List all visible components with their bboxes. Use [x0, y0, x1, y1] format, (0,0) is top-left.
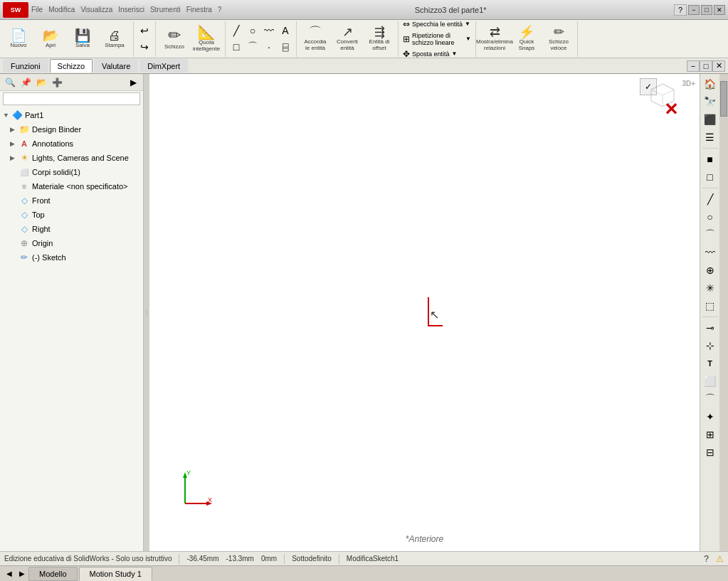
rt-box-btn[interactable]: ⬚ — [702, 297, 719, 314]
rt-tangent-btn[interactable]: ⊸ — [702, 319, 719, 336]
rt-menu-btn[interactable]: ☰ — [702, 129, 719, 146]
mostra-button[interactable]: ⇄Mostra/eliminarelazioni — [479, 23, 510, 55]
schizzo-veloce-button[interactable]: ✏Schizzoveloce — [543, 23, 574, 55]
text-btn[interactable]: A — [278, 23, 293, 38]
menu-tools[interactable]: Strumenti — [150, 6, 181, 14]
sposta-button[interactable]: ✥ Sposta entità ▼ — [401, 48, 473, 59]
expander-lights[interactable]: ▶ — [10, 154, 19, 161]
spline-btn[interactable]: 〰 — [261, 23, 277, 38]
rt-view-btn[interactable]: 🔭 — [702, 93, 719, 110]
expander-top[interactable] — [10, 211, 19, 218]
help-button[interactable]: ? — [674, 4, 687, 16]
tab-schizzo[interactable]: Schizzo — [50, 59, 93, 73]
rt-star-btn[interactable]: ✦ — [702, 408, 719, 425]
rt-line-btn[interactable]: ╱ — [702, 191, 719, 208]
tab-funzioni[interactable]: Funzioni — [3, 59, 48, 73]
rt-curve-btn[interactable]: ⌒ — [702, 390, 719, 407]
panel-btn-pin[interactable]: 📌 — [19, 75, 33, 90]
panel-restore[interactable]: □ — [700, 60, 712, 72]
expander-design-binder[interactable]: ▶ — [10, 126, 19, 133]
expander-front[interactable] — [10, 197, 19, 204]
panel-minimize[interactable]: − — [687, 60, 700, 72]
rt-home-btn[interactable]: 🏠 — [702, 75, 719, 92]
panel-btn-search[interactable]: 🔍 — [3, 75, 17, 90]
rt-display-btn[interactable]: ⬛ — [702, 111, 719, 128]
expander-sketch[interactable] — [10, 254, 19, 261]
resize-handle[interactable]: ⋮ — [144, 74, 149, 551]
tree-item-origin[interactable]: ⊕ Origin — [0, 236, 143, 250]
tree-item-design-binder[interactable]: ▶ 📁 Design Binder — [0, 122, 143, 137]
tab-valutare[interactable]: Valutare — [94, 59, 138, 73]
panel-btn-add[interactable]: ➕ — [50, 75, 64, 90]
accordia-button[interactable]: ⌒Accordiale entità — [300, 23, 331, 55]
tree-item-sketch[interactable]: ✏ (-) Sketch — [0, 250, 143, 265]
expander-origin[interactable] — [10, 240, 19, 247]
expander-part1[interactable]: ▼ — [3, 112, 11, 119]
rt-wire-btn[interactable]: □ — [702, 169, 719, 186]
print-button[interactable]: 🖨Stampa — [99, 23, 130, 55]
tab-motion-study[interactable]: Motion Study 1 — [79, 567, 152, 581]
rt-minus-btn[interactable]: ⊟ — [702, 444, 719, 461]
rt-text-btn[interactable]: T — [702, 355, 719, 372]
canvas-area[interactable]: ✓ 3D+ ✕ Y X — [149, 74, 700, 551]
line-btn[interactable]: ╱ — [228, 23, 244, 38]
rt-arc-btn[interactable]: ⌒ — [702, 226, 719, 243]
circle-btn[interactable]: ○ — [245, 23, 260, 38]
search-input[interactable] — [3, 92, 140, 105]
panel-btn-more[interactable]: ▶ — [126, 75, 140, 90]
save-button[interactable]: 💾Salva — [67, 23, 98, 55]
menu-view[interactable]: Visualizza — [80, 6, 112, 14]
expander-annotations[interactable]: ▶ — [10, 140, 19, 147]
new-button[interactable]: 📄Nuovo — [3, 23, 34, 55]
menu-edit[interactable]: Modifica — [48, 6, 75, 14]
slot-btn[interactable]: ⌸ — [278, 39, 293, 55]
arc-btn[interactable]: ⌒ — [245, 39, 260, 55]
menu-window[interactable]: Finestra — [186, 6, 212, 14]
tree-item-lights[interactable]: ▶ ☀ Lights, Cameras and Scene — [0, 151, 143, 165]
entita-button[interactable]: ⇶Entità dioffset — [364, 23, 395, 55]
quota-button[interactable]: 📐Quotaintelligente — [191, 23, 222, 55]
expander-corpi[interactable] — [10, 169, 19, 176]
rt-circle-btn[interactable]: ○ — [702, 208, 719, 225]
rt-grid-btn[interactable]: ⊞ — [702, 426, 719, 443]
rt-wave-btn[interactable]: 〰 — [702, 244, 719, 261]
close-button[interactable]: ✕ — [714, 5, 725, 15]
panel-close[interactable]: ✕ — [712, 60, 725, 72]
vertical-scrollbar[interactable] — [719, 74, 728, 551]
rect-btn[interactable]: □ — [228, 39, 244, 55]
help-icon[interactable]: ? — [704, 554, 709, 564]
quicksnaps-button[interactable]: ⚡QuickSnaps — [511, 23, 542, 55]
restore-button[interactable]: □ — [701, 5, 712, 15]
tree-item-annotations[interactable]: ▶ A Annotations — [0, 137, 143, 151]
converti-button[interactable]: ↗Convertientità — [332, 23, 363, 55]
tab-nav-prev[interactable]: ◀ — [3, 568, 16, 580]
menu-insert[interactable]: Inserisci — [118, 6, 144, 14]
menu-help[interactable]: ? — [218, 6, 222, 14]
rt-normal-btn[interactable]: ⊹ — [702, 337, 719, 354]
cancel-sketch-button[interactable]: ✕ — [664, 100, 678, 119]
tree-item-corpi[interactable]: ⬜ Corpi solidi(1) — [0, 165, 143, 179]
expander-right[interactable] — [10, 225, 19, 233]
tab-nav-next[interactable]: ▶ — [16, 568, 28, 580]
tree-item-front[interactable]: ◇ Front — [0, 193, 143, 208]
rt-plus-btn[interactable]: ⊕ — [702, 262, 719, 279]
panel-btn-folder[interactable]: 📂 — [34, 75, 48, 90]
tree-item-top[interactable]: ◇ Top — [0, 208, 143, 222]
expander-materiale[interactable] — [10, 183, 19, 190]
rt-rect-btn[interactable]: ⬜ — [702, 373, 719, 390]
schizzo-button[interactable]: ✏Schizzo — [159, 23, 190, 55]
tab-modello[interactable]: Modello — [28, 567, 78, 581]
menu-file[interactable]: File — [31, 6, 43, 14]
ripetizione-button[interactable]: ⊞ Ripetizione di schizzo lineare ▼ — [401, 31, 473, 48]
tree-item-right[interactable]: ◇ Right — [0, 222, 143, 236]
tree-item-materiale[interactable]: ≡ Materiale <non specificato> — [0, 179, 143, 193]
rt-solid-btn[interactable]: ■ — [702, 151, 719, 168]
tree-item-part1[interactable]: ▼ 🔷 Part1 — [0, 108, 143, 122]
undo-button[interactable]: ↩ — [137, 23, 152, 38]
open-button[interactable]: 📂Apri — [35, 23, 66, 55]
minimize-button[interactable]: − — [688, 5, 700, 15]
point-btn[interactable]: · — [261, 39, 277, 55]
tab-dimxpert[interactable]: DimXpert — [139, 59, 188, 73]
specchia-button[interactable]: ⇔ Specchia le entità ▼ — [401, 20, 473, 31]
redo-button[interactable]: ↪ — [137, 39, 152, 55]
